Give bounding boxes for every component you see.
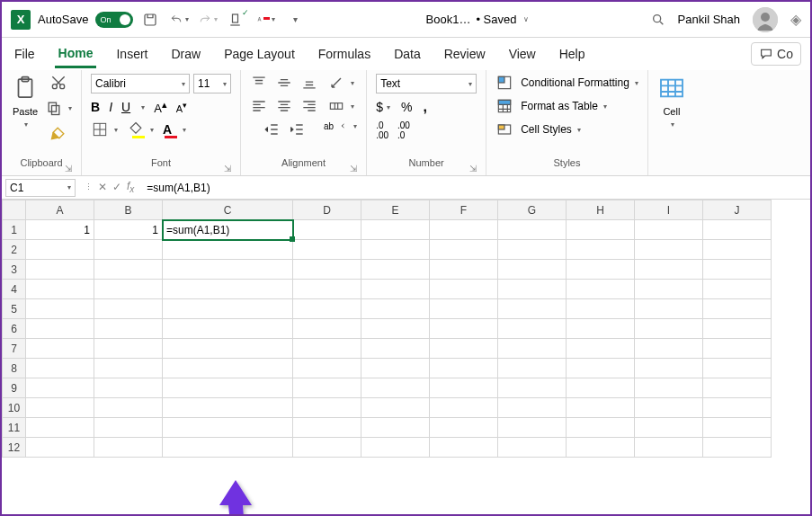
font-color-qat-icon[interactable]: ▾	[255, 10, 275, 30]
cell-A7[interactable]	[26, 339, 94, 359]
cell-C5[interactable]	[163, 299, 293, 319]
decrease-font-icon[interactable]: A▾	[176, 100, 187, 114]
cell-E2[interactable]	[361, 240, 430, 260]
cell-B6[interactable]	[94, 319, 163, 339]
cell-H3[interactable]	[567, 260, 635, 280]
cell-A3[interactable]	[26, 260, 94, 280]
cell-I4[interactable]	[635, 280, 703, 299]
font-color-button[interactable]: A▾	[163, 121, 186, 138]
cell-J7[interactable]	[703, 339, 772, 359]
format-as-table-button[interactable]: Format as Table▾	[495, 97, 607, 115]
row-header[interactable]: 1	[3, 220, 26, 240]
column-header-A[interactable]: A	[26, 200, 94, 220]
autosave-toggle[interactable]: On	[95, 12, 133, 28]
cell-C1[interactable]: =sum(A1,B1)	[163, 220, 293, 240]
cell-F5[interactable]	[430, 299, 498, 319]
row-header[interactable]: 4	[3, 280, 26, 299]
tab-data[interactable]: Data	[390, 41, 424, 67]
cell-D7[interactable]	[293, 339, 361, 359]
cell-F10[interactable]	[430, 398, 498, 418]
tab-home[interactable]: Home	[55, 40, 97, 68]
cell-D5[interactable]	[293, 299, 361, 319]
cell-D1[interactable]	[293, 220, 361, 240]
spreadsheet-grid[interactable]: ABCDEFGHIJ 111=sum(A1,B1)23456789101112	[2, 200, 772, 458]
row-header[interactable]: 3	[3, 260, 26, 280]
tab-draw[interactable]: Draw	[167, 41, 204, 67]
cell-H8[interactable]	[567, 359, 635, 378]
cell-J5[interactable]	[703, 299, 772, 319]
cell-G9[interactable]	[498, 378, 567, 398]
cell-E7[interactable]	[361, 339, 430, 359]
comments-button[interactable]: Co	[751, 42, 801, 66]
save-icon[interactable]	[140, 10, 160, 30]
select-all-corner[interactable]	[3, 200, 26, 220]
orientation-button[interactable]: ▾	[327, 74, 354, 92]
column-header-G[interactable]: G	[498, 200, 567, 220]
cell-F12[interactable]	[430, 438, 498, 458]
user-name[interactable]: Pankil Shah	[678, 13, 740, 26]
cell-I10[interactable]	[635, 398, 703, 418]
column-header-I[interactable]: I	[635, 200, 703, 220]
cell-B10[interactable]	[94, 398, 163, 418]
cell-G8[interactable]	[498, 359, 567, 378]
cell-B4[interactable]	[94, 280, 163, 299]
cell-A5[interactable]	[26, 299, 94, 319]
cancel-formula-icon[interactable]: ✕	[98, 181, 107, 193]
cell-H4[interactable]	[567, 280, 635, 299]
cell-B3[interactable]	[94, 260, 163, 280]
cell-A1[interactable]: 1	[26, 220, 94, 240]
cell-G10[interactable]	[498, 398, 567, 418]
cell-C8[interactable]	[163, 359, 293, 378]
user-avatar[interactable]	[753, 7, 778, 32]
cell-B9[interactable]	[94, 378, 163, 398]
cell-J1[interactable]	[703, 220, 772, 240]
cell-C10[interactable]	[163, 398, 293, 418]
cell-H5[interactable]	[567, 299, 635, 319]
cell-A4[interactable]	[26, 280, 94, 299]
cell-I12[interactable]	[635, 438, 703, 458]
column-header-E[interactable]: E	[361, 200, 430, 220]
cell-F3[interactable]	[430, 260, 498, 280]
cell-J2[interactable]	[703, 240, 772, 260]
cell-E5[interactable]	[361, 299, 430, 319]
cell-E10[interactable]	[361, 398, 430, 418]
cut-button[interactable]	[49, 74, 67, 92]
cells-icon[interactable]	[657, 74, 686, 102]
cell-J8[interactable]	[703, 359, 772, 378]
font-selector[interactable]: Calibri▾	[91, 74, 190, 93]
cell-H6[interactable]	[567, 319, 635, 339]
cell-A11[interactable]	[26, 418, 94, 438]
cell-G3[interactable]	[498, 260, 567, 280]
column-header-J[interactable]: J	[703, 200, 772, 220]
cell-E8[interactable]	[361, 359, 430, 378]
tab-file[interactable]: File	[11, 41, 39, 67]
cell-I7[interactable]	[635, 339, 703, 359]
enter-formula-icon[interactable]: ✓	[112, 181, 121, 193]
cell-B7[interactable]	[94, 339, 163, 359]
cell-C11[interactable]	[163, 418, 293, 438]
cell-E4[interactable]	[361, 280, 430, 299]
cell-H1[interactable]	[567, 220, 635, 240]
tab-view[interactable]: View	[505, 41, 540, 67]
cell-J6[interactable]	[703, 319, 772, 339]
cell-I1[interactable]	[635, 220, 703, 240]
cell-F2[interactable]	[430, 240, 498, 260]
paste-icon[interactable]	[11, 74, 40, 102]
cell-C3[interactable]	[163, 260, 293, 280]
paste-dropdown-icon[interactable]: ▾	[24, 120, 28, 129]
underline-button[interactable]: U	[121, 100, 130, 114]
bold-button[interactable]: B	[91, 100, 100, 114]
cell-C7[interactable]	[163, 339, 293, 359]
merge-button[interactable]: ▾	[327, 97, 354, 115]
name-box[interactable]: C1▾	[5, 179, 76, 197]
cell-I2[interactable]	[635, 240, 703, 260]
decrease-indent-icon[interactable]	[263, 120, 281, 138]
cell-F9[interactable]	[430, 378, 498, 398]
cell-styles-button[interactable]: Cell Styles▾	[495, 120, 581, 138]
font-size-selector[interactable]: 11▾	[193, 74, 231, 93]
align-top-icon[interactable]	[250, 74, 268, 92]
cell-G4[interactable]	[498, 280, 567, 299]
cell-F6[interactable]	[430, 319, 498, 339]
cell-J12[interactable]	[703, 438, 772, 458]
cell-A6[interactable]	[26, 319, 94, 339]
